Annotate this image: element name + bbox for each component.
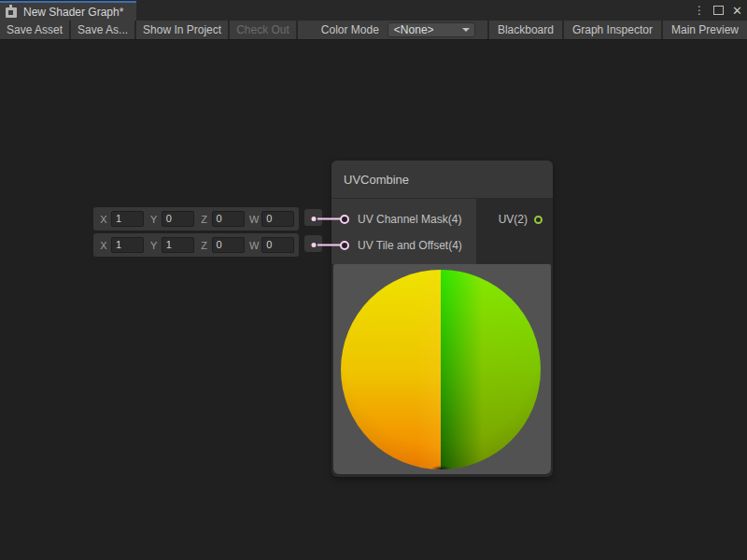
port-connector-box-1[interactable] — [304, 209, 322, 226]
input-port-row-1: UV Channel Mask(4) — [331, 206, 476, 232]
field-label: W — [248, 240, 260, 251]
vector-x-input[interactable]: 1 — [111, 237, 144, 253]
field-label: Z — [199, 240, 210, 251]
vector-x-input[interactable]: 1 — [111, 211, 144, 227]
node-output-section: UV(2) — [476, 199, 553, 264]
vector-z-input[interactable]: 0 — [212, 237, 245, 253]
input-port-label: UV Tile and Offset(4) — [358, 239, 462, 252]
maximize-icon[interactable] — [713, 6, 724, 15]
field-label: X — [98, 240, 109, 251]
field-label: Z — [199, 214, 210, 225]
save-asset-button[interactable]: Save Asset — [0, 21, 71, 39]
input-port-row-2: UV Tile and Offset(4) — [331, 232, 476, 259]
vector-w-input[interactable]: 0 — [261, 237, 294, 253]
input-port-icon[interactable] — [340, 215, 349, 224]
output-port-row: UV(2) — [499, 206, 553, 232]
show-in-project-button[interactable]: Show In Project — [136, 21, 230, 39]
field-label: Y — [148, 240, 160, 251]
kebab-menu-icon[interactable]: ⋮ — [692, 5, 707, 16]
toolbar: Save Asset Save As... Show In Project Ch… — [0, 21, 747, 40]
main-preview-button[interactable]: Main Preview — [661, 21, 747, 39]
input-port-label: UV Channel Mask(4) — [358, 213, 461, 226]
input-port-icon[interactable] — [340, 241, 349, 250]
tab-strip: New Shader Graph* ⋮ ✕ — [0, 0, 747, 21]
check-out-button: Check Out — [230, 21, 298, 39]
window-controls: ⋮ ✕ — [692, 0, 744, 21]
output-port-icon[interactable] — [534, 216, 543, 224]
vector-y-input[interactable]: 1 — [162, 237, 194, 253]
vector-y-input[interactable]: 0 — [162, 211, 194, 227]
field-label: Y — [148, 214, 160, 225]
shader-graph-asset-icon — [6, 7, 17, 18]
port-connector-box-2[interactable] — [304, 235, 322, 252]
vector4-widget-row1: X1 Y0 Z0 W0 — [93, 207, 299, 231]
graph-inspector-button[interactable]: Graph Inspector — [562, 21, 661, 39]
field-label: W — [248, 214, 260, 225]
color-mode-dropdown[interactable]: <None> — [388, 22, 475, 37]
output-port-label: UV(2) — [499, 213, 528, 226]
graph-canvas[interactable]: X1 Y0 Z0 W0 X1 Y1 Z0 W0 UVCombine UV Cha… — [0, 40, 747, 560]
sphere-right-half — [441, 270, 541, 469]
node-preview — [333, 264, 551, 474]
chevron-down-icon — [462, 28, 470, 32]
tab-new-shader-graph[interactable]: New Shader Graph* — [0, 0, 136, 21]
tab-title: New Shader Graph* — [23, 6, 123, 19]
node-uvcombine[interactable]: UVCombine UV Channel Mask(4) UV Tile and… — [331, 161, 553, 477]
node-input-section: UV Channel Mask(4) UV Tile and Offset(4) — [331, 199, 476, 264]
save-as-button[interactable]: Save As... — [71, 21, 136, 39]
vector4-widget-row2: X1 Y1 Z0 W0 — [93, 233, 299, 257]
color-mode-value: <None> — [394, 23, 434, 36]
field-label: X — [98, 214, 109, 225]
blackboard-button[interactable]: Blackboard — [487, 21, 562, 39]
sphere-left-half — [341, 270, 441, 469]
preview-sphere — [341, 270, 541, 469]
color-mode-label: Color Mode — [321, 21, 388, 39]
close-icon[interactable]: ✕ — [730, 5, 744, 17]
vector-w-input[interactable]: 0 — [261, 211, 294, 227]
node-title[interactable]: UVCombine — [331, 161, 553, 199]
vector-z-input[interactable]: 0 — [212, 211, 245, 227]
